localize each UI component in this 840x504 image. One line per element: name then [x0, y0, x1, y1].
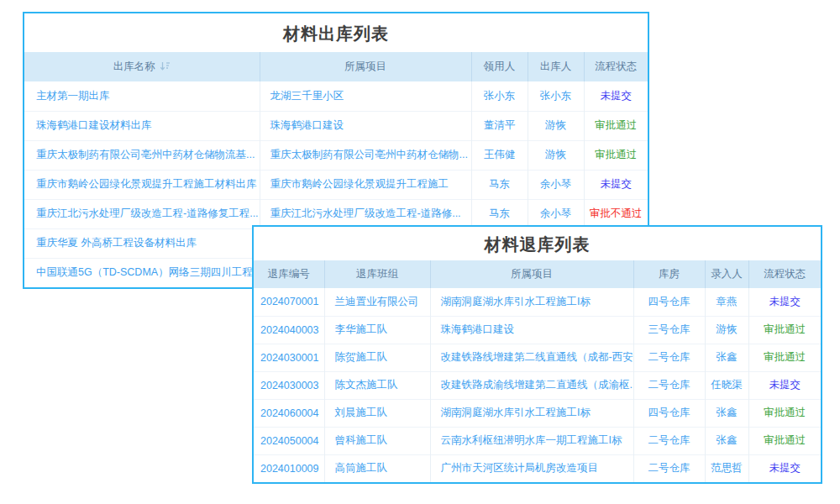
warehouse-cell: 四号仓库 [633, 399, 705, 427]
return-table: 退库编号 退库班组 所属项目 库房 录入人 流程状态 2024070001 兰迪… [254, 260, 821, 482]
project-cell[interactable]: 重庆江北污水处理厂级改造工程-道路修... [260, 199, 471, 228]
return-code-cell[interactable]: 2024040003 [254, 316, 324, 344]
outbound-name-cell[interactable]: 重庆市鹅岭公园绿化景观提升工程施工材料出库 [24, 170, 260, 199]
status-badge: 审批通过 [748, 344, 821, 371]
sort-descending-icon[interactable] [160, 60, 171, 71]
issuer-cell: 余小琴 [528, 199, 584, 228]
status-badge: 审批通过 [748, 399, 821, 427]
return-code-cell[interactable]: 2024060004 [254, 399, 324, 427]
status-badge: 未提交 [748, 288, 821, 316]
project-cell[interactable]: 湖南洞庭湖水库引水工程施工I标 [430, 399, 633, 427]
table-row[interactable]: 珠海鹤港口建设材料出库 珠海鹤港口建设 董清平 游恢 审批通过 [24, 111, 648, 140]
project-cell[interactable]: 重庆市鹅岭公园绿化景观提升工程施工 [260, 170, 471, 199]
status-badge: 未提交 [584, 170, 648, 199]
recorder-cell: 游恢 [705, 316, 748, 344]
status-badge: 审批通过 [584, 140, 648, 170]
recorder-cell: 张鑫 [705, 427, 748, 454]
project-cell[interactable]: 改建铁路线增建第二线直通线（成都-西安... [430, 344, 633, 371]
outbound-name-cell[interactable]: 重庆华夏 外高桥工程设备材料出库 [24, 228, 260, 258]
recorder-cell: 章燕 [705, 288, 748, 316]
outbound-col-header-name-label: 出库名称 [113, 60, 155, 72]
outbound-name-cell[interactable]: 珠海鹤港口建设材料出库 [24, 111, 260, 140]
team-cell[interactable]: 陈文杰施工队 [324, 371, 430, 399]
status-badge: 审批不通过 [584, 199, 648, 228]
team-cell[interactable]: 曾科施工队 [324, 427, 430, 454]
status-badge: 未提交 [748, 454, 821, 482]
project-cell[interactable]: 重庆太极制药有限公司亳州中药材仓储物... [260, 140, 471, 170]
recipient-cell: 王伟健 [471, 140, 528, 170]
outbound-name-cell[interactable]: 中国联通5G（TD-SCDMA）网络三期四川工程... [24, 258, 260, 287]
project-cell[interactable]: 湖南洞庭湖水库引水工程施工I标 [430, 288, 633, 316]
project-cell[interactable]: 广州市天河区统计局机房改造项目 [430, 454, 633, 482]
team-cell[interactable]: 高筒施工队 [324, 454, 430, 482]
page: 材料出库列表 出库名称 所属项目 领用人 出库人 流程状态 主材第一期出库 龙湖… [0, 0, 840, 504]
return-col-header-status: 流程状态 [748, 260, 821, 288]
status-badge: 未提交 [748, 371, 821, 399]
recipient-cell: 董清平 [471, 111, 528, 140]
table-row[interactable]: 主材第一期出库 龙湖三千里小区 张小东 张小东 未提交 [24, 81, 648, 111]
status-badge: 未提交 [584, 81, 648, 111]
outbound-col-header-name[interactable]: 出库名称 [24, 52, 260, 81]
outbound-col-header-status: 流程状态 [584, 52, 648, 81]
recipient-cell: 马东 [471, 199, 528, 228]
outbound-name-cell[interactable]: 重庆江北污水处理厂级改造工程-道路修复工程... [24, 199, 260, 228]
return-code-cell[interactable]: 2024030001 [254, 344, 324, 371]
recipient-cell: 张小东 [471, 81, 528, 111]
return-list-panel: 材料退库列表 退库编号 退库班组 所属项目 库房 录入人 流程状态 202407… [252, 225, 822, 484]
return-col-header-recorder: 录入人 [705, 260, 748, 288]
table-row[interactable]: 2024050004 曾科施工队 云南水利枢纽潜明水库一期工程施工I标 二号仓库… [254, 427, 821, 454]
warehouse-cell: 二号仓库 [633, 454, 705, 482]
outbound-list-title: 材料出库列表 [24, 13, 648, 52]
return-code-cell[interactable]: 2024070001 [254, 288, 324, 316]
project-cell[interactable]: 珠海鹤港口建设 [430, 316, 633, 344]
project-cell[interactable]: 龙湖三千里小区 [260, 81, 471, 111]
return-col-header-code: 退库编号 [254, 260, 324, 288]
table-row[interactable]: 2024010009 高筒施工队 广州市天河区统计局机房改造项目 二号仓库 范思… [254, 454, 821, 482]
team-cell[interactable]: 兰迪置业有限公司 [324, 288, 430, 316]
return-list-title: 材料退库列表 [254, 227, 821, 260]
outbound-header-row: 出库名称 所属项目 领用人 出库人 流程状态 [24, 52, 648, 81]
issuer-cell: 余小琴 [528, 170, 584, 199]
table-row[interactable]: 2024030003 陈文杰施工队 改建铁路成渝线增建第二直通线（成渝枢... … [254, 371, 821, 399]
team-cell[interactable]: 李华施工队 [324, 316, 430, 344]
table-row[interactable]: 重庆江北污水处理厂级改造工程-道路修复工程... 重庆江北污水处理厂级改造工程-… [24, 199, 648, 228]
return-code-cell[interactable]: 2024050004 [254, 427, 324, 454]
table-row[interactable]: 2024060004 刘晨施工队 湖南洞庭湖水库引水工程施工I标 四号仓库 张鑫… [254, 399, 821, 427]
recorder-cell: 张鑫 [705, 344, 748, 371]
outbound-col-header-project: 所属项目 [260, 52, 471, 81]
outbound-col-header-issuer: 出库人 [528, 52, 584, 81]
recorder-cell: 任晓渠 [705, 371, 748, 399]
warehouse-cell: 二号仓库 [633, 344, 705, 371]
return-col-header-team: 退库班组 [324, 260, 430, 288]
return-code-cell[interactable]: 2024010009 [254, 454, 324, 482]
warehouse-cell: 二号仓库 [633, 427, 705, 454]
issuer-cell: 游恢 [528, 111, 584, 140]
recorder-cell: 张鑫 [705, 399, 748, 427]
table-row[interactable]: 2024030001 陈贺施工队 改建铁路线增建第二线直通线（成都-西安... … [254, 344, 821, 371]
recorder-cell: 范思哲 [705, 454, 748, 482]
return-header-row: 退库编号 退库班组 所属项目 库房 录入人 流程状态 [254, 260, 821, 288]
issuer-cell: 张小东 [528, 81, 584, 111]
table-row[interactable]: 2024040003 李华施工队 珠海鹤港口建设 三号仓库 游恢 审批通过 [254, 316, 821, 344]
recipient-cell: 马东 [471, 170, 528, 199]
status-badge: 审批通过 [748, 427, 821, 454]
outbound-name-cell[interactable]: 重庆太极制药有限公司亳州中药材仓储物流基... [24, 140, 260, 170]
project-cell[interactable]: 珠海鹤港口建设 [260, 111, 471, 140]
status-badge: 审批通过 [748, 316, 821, 344]
issuer-cell: 游恢 [528, 140, 584, 170]
table-row[interactable]: 重庆市鹅岭公园绿化景观提升工程施工材料出库 重庆市鹅岭公园绿化景观提升工程施工 … [24, 170, 648, 199]
warehouse-cell: 四号仓库 [633, 288, 705, 316]
status-badge: 审批通过 [584, 111, 648, 140]
project-cell[interactable]: 云南水利枢纽潜明水库一期工程施工I标 [430, 427, 633, 454]
team-cell[interactable]: 陈贺施工队 [324, 344, 430, 371]
table-row[interactable]: 2024070001 兰迪置业有限公司 湖南洞庭湖水库引水工程施工I标 四号仓库… [254, 288, 821, 316]
warehouse-cell: 二号仓库 [633, 371, 705, 399]
return-col-header-warehouse: 库房 [633, 260, 705, 288]
outbound-name-cell[interactable]: 主材第一期出库 [24, 81, 260, 111]
project-cell[interactable]: 改建铁路成渝线增建第二直通线（成渝枢... [430, 371, 633, 399]
table-row[interactable]: 重庆太极制药有限公司亳州中药材仓储物流基... 重庆太极制药有限公司亳州中药材仓… [24, 140, 648, 170]
return-code-cell[interactable]: 2024030003 [254, 371, 324, 399]
outbound-col-header-recipient: 领用人 [471, 52, 528, 81]
team-cell[interactable]: 刘晨施工队 [324, 399, 430, 427]
warehouse-cell: 三号仓库 [633, 316, 705, 344]
